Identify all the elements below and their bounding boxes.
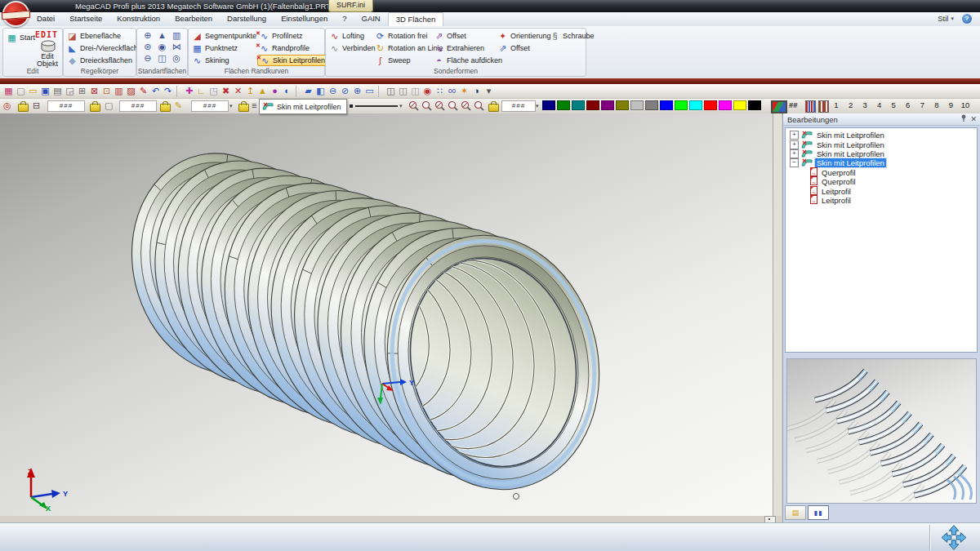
spindle-icon[interactable]: ⋈: [172, 42, 181, 53]
page-settings-icon[interactable]: ⊡: [100, 85, 113, 97]
delete-x-icon[interactable]: ✖: [220, 85, 232, 97]
monitor-colors-icon[interactable]: [771, 100, 787, 113]
chevron-down-icon[interactable]: ▾: [536, 100, 539, 112]
color-swatch-6[interactable]: [630, 100, 644, 110]
ribbon-item-drei-viereckfläche[interactable]: ◣Drei-/Viereckfläche: [65, 42, 144, 54]
help-button[interactable]: ?: [962, 14, 972, 24]
cylinder2-icon[interactable]: ◫: [397, 85, 409, 97]
ribbon-item-schraube[interactable]: §Schraube: [548, 30, 596, 42]
marker-icon[interactable]: ✎: [137, 85, 149, 97]
color-swatch-4[interactable]: [601, 100, 614, 110]
sphere-circle-icon[interactable]: ◎: [172, 53, 180, 64]
pencil-icon[interactable]: ✎: [175, 100, 182, 112]
surface-box-icon[interactable]: ▰: [302, 85, 314, 97]
digits-icon[interactable]: 00: [446, 85, 458, 97]
ribbon-item-skining[interactable]: ∿Skining: [190, 55, 258, 66]
hatch-settings-icon[interactable]: ▨: [125, 85, 137, 97]
tab-properties[interactable]: ▤: [785, 505, 806, 520]
ribbon-item-offset[interactable]: ⇗Offset: [432, 30, 504, 42]
color-swatch-0[interactable]: [542, 100, 555, 110]
lock-icon[interactable]: [18, 104, 29, 112]
ribbon-item-orientierung[interactable]: ✦Orientierung: [496, 30, 553, 42]
close-icon[interactable]: ✕: [970, 115, 977, 123]
sphere-icon[interactable]: ⊕: [144, 30, 151, 42]
color-swatch-3[interactable]: [586, 100, 599, 110]
print-icon[interactable]: ▤: [51, 85, 64, 97]
lock-icon[interactable]: [90, 104, 100, 112]
figure-icon[interactable]: ▲: [256, 85, 269, 97]
chevron-down-icon[interactable]: ▾: [399, 100, 403, 112]
surface-disc2-icon[interactable]: ⊘: [339, 85, 351, 97]
app-logo-icon[interactable]: [2, 1, 29, 27]
color-swatch-2[interactable]: [572, 100, 585, 110]
menu-3d-flächen[interactable]: 3D Flächen: [388, 12, 444, 27]
color-swatch-9[interactable]: [675, 100, 688, 110]
disc-icon[interactable]: ⊖: [144, 53, 151, 64]
redo-icon[interactable]: ↷: [162, 85, 174, 97]
color-swatch-7[interactable]: [645, 100, 658, 110]
ribbon-item-profilnetz[interactable]: ∿✕Profilnetz: [257, 30, 327, 42]
page-icon[interactable]: ▢: [105, 100, 113, 112]
color-swatch-5[interactable]: [616, 100, 629, 110]
delete-x2-icon[interactable]: ✕: [232, 85, 244, 97]
menu-datei[interactable]: Datei: [29, 12, 62, 26]
tab-edits[interactable]: ▮▮: [808, 505, 829, 520]
layer-dropdown[interactable]: ###: [47, 100, 85, 112]
pen-dropdown[interactable]: ###: [191, 100, 229, 112]
menu-gain[interactable]: GAIN: [354, 12, 388, 26]
color-swatch-14[interactable]: [748, 100, 761, 110]
surface-disc3-icon[interactable]: ⊕: [351, 85, 363, 97]
lock-icon[interactable]: [238, 104, 249, 112]
target-icon[interactable]: ◎: [3, 100, 11, 112]
ribbon-item-offset[interactable]: ⇗Offset: [496, 42, 553, 54]
page-number-3[interactable]: 3: [860, 100, 870, 109]
sphere-magenta-icon[interactable]: ●: [269, 85, 281, 97]
ribbon-item-ebenefläche[interactable]: ◪Ebenefläche: [65, 30, 144, 42]
pen-table-icon[interactable]: [805, 100, 816, 113]
page-number-5[interactable]: 5: [889, 100, 898, 109]
page-number-4[interactable]: 4: [875, 100, 884, 109]
preview-panel[interactable]: [786, 358, 977, 504]
page-number-2[interactable]: 2: [846, 100, 856, 109]
lock-icon[interactable]: [160, 104, 171, 112]
ribbon-item-skin-leitprofilen[interactable]: ∿✕Skin Leitprofilen: [257, 55, 327, 66]
print-preview-icon[interactable]: ◲: [64, 85, 76, 97]
menu-startseite[interactable]: Startseite: [62, 12, 109, 26]
menu-darstellung[interactable]: Darstellung: [220, 12, 274, 26]
pin-icon[interactable]: [960, 114, 967, 124]
expand-icon[interactable]: +: [790, 149, 799, 158]
ribbon-item-segmentpunkte[interactable]: ◢Segmentpunkte: [190, 30, 258, 42]
expand-icon[interactable]: +: [790, 131, 799, 140]
points-icon[interactable]: ∷: [434, 85, 446, 97]
menu-konstruktion[interactable]: Konstruktion: [109, 12, 167, 26]
grid-settings-icon[interactable]: ▥: [113, 85, 125, 97]
surface-plane-icon[interactable]: ◧: [314, 85, 327, 97]
ribbon-item-extrahieren[interactable]: ⇘Extrahieren: [432, 42, 504, 54]
cone-icon[interactable]: ▲: [158, 30, 167, 42]
person-move-icon[interactable]: ✶: [458, 85, 470, 97]
page-number-10[interactable]: 10: [960, 100, 970, 109]
color-swatch-8[interactable]: [660, 100, 673, 110]
chevron-down-icon[interactable]: ▾: [229, 100, 233, 112]
save-icon[interactable]: ▣: [39, 85, 51, 97]
lock-icon[interactable]: [488, 104, 499, 112]
canvas-scrollbar[interactable]: [773, 113, 782, 516]
color-swatch-11[interactable]: [704, 100, 717, 110]
layers-icon[interactable]: ⊟: [33, 100, 40, 112]
tree-item-skin-mit-leitprofilen-2[interactable]: +Skin mit Leitprofilen: [786, 149, 977, 158]
drawing-canvas[interactable]: Y ZYX: [0, 113, 773, 516]
undo-icon[interactable]: ↶: [149, 85, 162, 97]
ribbon-item-dreiecksflächen[interactable]: ◆Dreiecksflächen: [65, 55, 144, 66]
globe-dark-icon[interactable]: ◑: [470, 85, 483, 97]
cylinder3-icon[interactable]: ◫: [409, 85, 421, 97]
lift-icon[interactable]: ↥: [244, 85, 256, 97]
ribbon-item-fläche-aufdicken[interactable]: ◓Fläche aufdicken: [432, 55, 504, 66]
page-number-9[interactable]: 9: [946, 100, 956, 109]
menu-[interactable]: ?: [335, 12, 354, 26]
more-icon[interactable]: ▾: [483, 85, 495, 97]
color-mode-icon[interactable]: ▦: [2, 85, 15, 97]
tree-item-skin-mit-leitprofilen-0[interactable]: +Skin mit Leitprofilen: [786, 131, 977, 140]
sphere-red-icon[interactable]: ◉: [421, 85, 434, 97]
collapse-icon[interactable]: −: [790, 158, 799, 167]
style-menu[interactable]: Stil ▾: [938, 14, 954, 23]
